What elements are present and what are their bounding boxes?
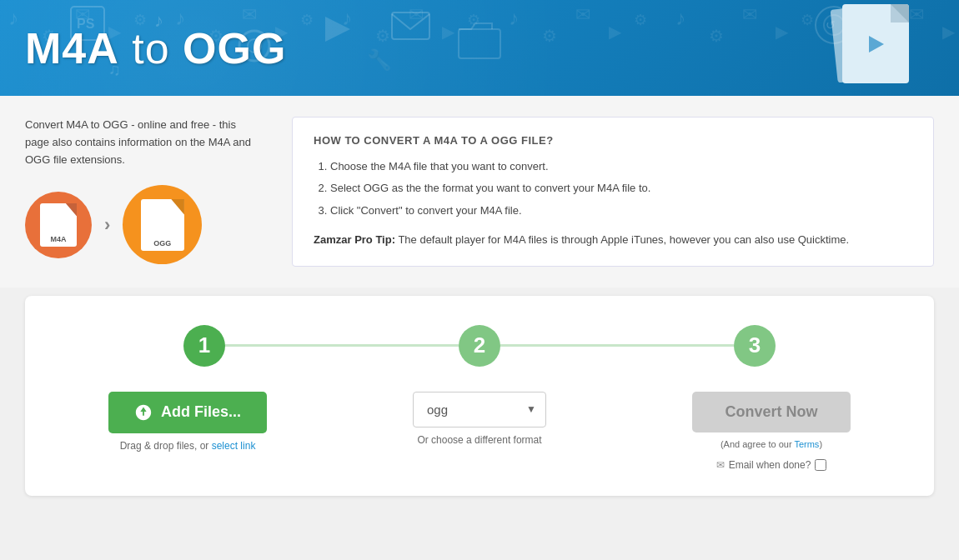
header-file-icon-front	[842, 4, 909, 83]
ogg-file-icon: OGG	[141, 199, 184, 251]
step-1: Choose the M4A file that you want to con…	[330, 157, 912, 176]
svg-rect-4	[392, 12, 429, 39]
steps-content: Add Files... Drag & drop files, or selec…	[50, 392, 909, 471]
convert-meta: (And agree to our Terms)	[721, 439, 822, 449]
email-icon: ✉	[716, 459, 725, 471]
m4a-label: M4A	[50, 235, 66, 243]
how-to-steps: Choose the M4A file that you want to con…	[330, 157, 912, 220]
step-3-column: Convert Now (And agree to our Terms) ✉ E…	[634, 392, 909, 471]
upload-icon	[134, 403, 153, 422]
main-content: Convert M4A to OGG - online and free - t…	[0, 96, 959, 288]
step-3-circle: 3	[734, 325, 776, 367]
play-icon	[864, 32, 887, 56]
email-check-container: ✉ Email when done?	[716, 459, 827, 471]
conversion-icons: M4A › OGG	[25, 185, 259, 264]
step-connector-1	[225, 344, 459, 347]
svg-text:🔧: 🔧	[367, 48, 392, 72]
choose-format-text: Or choose a different format	[417, 434, 541, 446]
file-corner	[891, 4, 909, 22]
convert-button[interactable]: Convert Now	[692, 392, 851, 432]
ogg-badge: OGG	[123, 185, 202, 264]
terms-link[interactable]: Terms	[794, 439, 819, 449]
step-3: Click "Convert" to convert your M4A file…	[330, 201, 912, 220]
converter-section: 1 2 3 Add Files... Drag & drop files, or…	[25, 296, 934, 496]
email-checkbox[interactable]	[815, 459, 826, 471]
m4a-badge: M4A	[25, 192, 92, 258]
how-to-heading: HOW TO CONVERT A M4A TO A OGG FILE?	[314, 134, 912, 147]
svg-marker-3	[325, 17, 350, 42]
add-files-button[interactable]: Add Files...	[108, 392, 267, 433]
step-connector-2	[500, 344, 734, 347]
info-left: Convert M4A to OGG - online and free - t…	[25, 117, 275, 267]
step-2-column: ogg mp3 wav flac aac m4a ▼ Or choose a d…	[342, 392, 617, 446]
svg-marker-13	[891, 4, 909, 22]
format-select-wrapper: ogg mp3 wav flac aac m4a ▼	[413, 392, 546, 428]
conversion-arrow: ›	[104, 214, 110, 236]
description-text: Convert M4A to OGG - online and free - t…	[25, 117, 259, 168]
m4a-file-icon: M4A	[40, 203, 77, 247]
step-1-column: Add Files... Drag & drop files, or selec…	[50, 392, 325, 452]
steps-bar: 1 2 3	[50, 325, 909, 367]
drag-drop-text: Drag & drop files, or select link	[120, 440, 256, 452]
page-title: M4A to OGG	[25, 23, 286, 73]
step-2-circle: 2	[459, 325, 500, 367]
header-file-icons	[776, 0, 909, 96]
step-1-circle: 1	[183, 325, 225, 367]
svg-rect-8	[459, 29, 500, 58]
header-banner: PS ♪ ♫ 🔧 ↺ M4A to OGG	[0, 0, 959, 96]
info-right: HOW TO CONVERT A M4A TO A OGG FILE? Choo…	[292, 117, 934, 267]
step-2: Select OGG as the the format you want to…	[330, 178, 912, 198]
svg-marker-14	[869, 36, 884, 52]
ogg-label: OGG	[153, 239, 171, 248]
pro-tip: Zamzar Pro Tip: The default player for M…	[314, 232, 912, 249]
select-link[interactable]: select link	[212, 440, 256, 452]
format-select[interactable]: ogg mp3 wav flac aac m4a	[413, 392, 546, 428]
